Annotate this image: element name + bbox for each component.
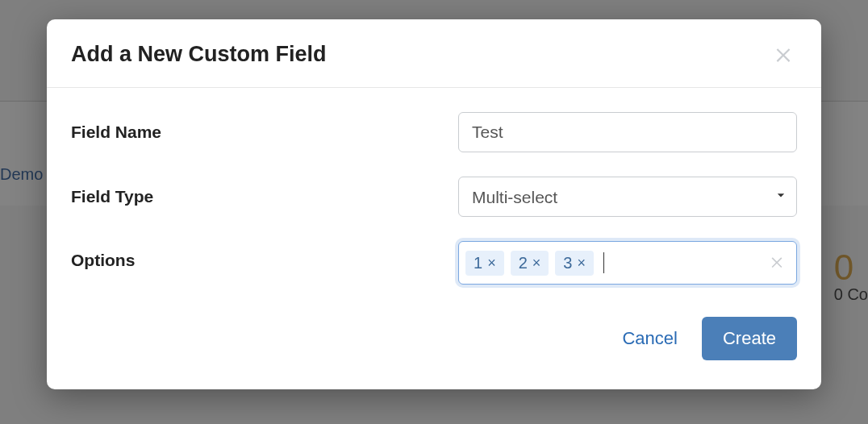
option-tag[interactable]: 3 × [555, 251, 594, 276]
add-custom-field-modal: Add a New Custom Field Field Name Field … [47, 19, 821, 389]
field-name-row: Field Name [71, 112, 797, 152]
option-tag[interactable]: 2 × [511, 251, 549, 276]
options-label: Options [71, 241, 458, 270]
option-tag-remove-icon[interactable]: × [577, 256, 586, 270]
field-name-label: Field Name [71, 123, 458, 142]
field-type-label: Field Type [71, 187, 458, 206]
option-tag-label: 1 [474, 254, 482, 272]
close-button[interactable] [770, 40, 797, 68]
option-tag-label: 2 [519, 254, 528, 272]
option-tag-remove-icon[interactable]: × [532, 256, 541, 270]
option-tag-remove-icon[interactable]: × [487, 256, 496, 270]
cancel-button[interactable]: Cancel [617, 322, 682, 355]
create-button[interactable]: Create [702, 317, 797, 360]
options-tags-input[interactable]: 1 × 2 × 3 × [458, 241, 797, 285]
option-tag-label: 3 [563, 254, 572, 272]
modal-footer: Cancel Create [47, 317, 821, 389]
close-icon [769, 254, 785, 270]
field-type-row: Field Type Multi-select [71, 177, 797, 217]
close-icon [773, 44, 794, 64]
options-row: Options 1 × 2 × 3 × [71, 241, 797, 285]
modal-header: Add a New Custom Field [47, 19, 821, 88]
options-clear-button[interactable] [766, 251, 788, 276]
modal-body: Field Name Field Type Multi-select Optio… [47, 88, 821, 317]
modal-title: Add a New Custom Field [71, 42, 327, 67]
text-cursor [603, 252, 604, 273]
option-tag[interactable]: 1 × [465, 251, 504, 276]
field-type-select[interactable]: Multi-select [458, 177, 797, 217]
field-name-input[interactable] [458, 112, 797, 152]
